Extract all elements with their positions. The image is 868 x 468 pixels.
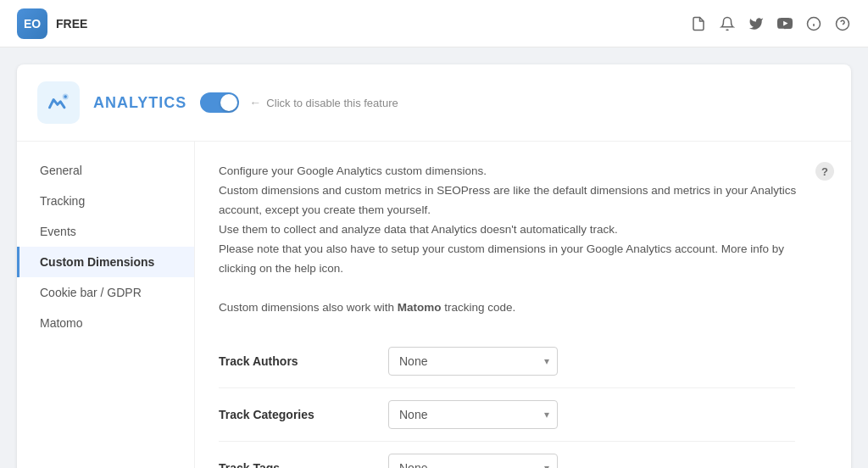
bell-icon[interactable] — [719, 15, 736, 32]
form-row-tags: Track Tags None ▾ — [219, 442, 795, 469]
select-wrapper-authors: None ▾ — [388, 347, 558, 376]
sidebar-item-events[interactable]: Events — [17, 216, 194, 247]
sidebar-item-cookie-bar[interactable]: Cookie bar / GDPR — [17, 277, 194, 308]
svg-point-6 — [64, 95, 67, 98]
info-icon[interactable] — [805, 15, 822, 32]
desc-line-4: Please note that you also have to setup … — [219, 240, 812, 279]
card-body: General Tracking Events Custom Dimension… — [17, 142, 851, 468]
document-icon[interactable] — [690, 15, 707, 32]
sidebar-item-custom-dimensions[interactable]: Custom Dimensions — [17, 247, 194, 277]
desc-line-5: Custom dimensions also work with Matomo … — [219, 298, 812, 318]
analytics-icon-box — [37, 81, 80, 124]
desc-line-3: Use them to collect and analyze data tha… — [219, 220, 812, 240]
topbar-icons — [690, 15, 851, 32]
logo-box: EO — [17, 8, 47, 39]
sidebar-item-tracking[interactable]: Tracking — [17, 186, 194, 216]
content-area: ? Configure your Google Analytics custom… — [195, 142, 851, 468]
youtube-icon[interactable] — [776, 15, 793, 32]
label-track-authors: Track Authors — [219, 354, 388, 368]
description-block: Configure your Google Analytics custom d… — [219, 162, 812, 318]
form-row-authors: Track Authors None ▾ — [219, 335, 795, 388]
content-help-icon[interactable]: ? — [815, 162, 834, 181]
help-icon[interactable] — [834, 15, 851, 32]
analytics-card: ANALYTICS ← Click to disable this featur… — [17, 64, 851, 468]
form-row-categories: Track Categories None ▾ — [219, 388, 795, 442]
sidebar-nav: General Tracking Events Custom Dimension… — [17, 142, 195, 468]
toggle-wrapper: ← Click to disable this feature — [200, 92, 398, 113]
analytics-title: ANALYTICS — [93, 94, 186, 112]
brand-label: FREE — [56, 17, 87, 31]
select-wrapper-categories: None ▾ — [388, 400, 558, 429]
select-wrapper-tags: None ▾ — [388, 454, 558, 469]
label-track-tags: Track Tags — [219, 461, 388, 469]
disable-hint-text: Click to disable this feature — [266, 97, 398, 109]
topbar: EO FREE — [0, 0, 868, 47]
disable-hint: ← Click to disable this feature — [249, 96, 398, 109]
card-header: ANALYTICS ← Click to disable this featur… — [17, 64, 851, 142]
twitter-icon[interactable] — [748, 15, 765, 32]
main-container: ANALYTICS ← Click to disable this featur… — [0, 47, 868, 468]
matomo-bold: Matomo — [398, 301, 442, 314]
analytics-toggle[interactable] — [200, 92, 239, 113]
label-track-categories: Track Categories — [219, 408, 388, 421]
select-track-tags[interactable]: None — [388, 454, 558, 469]
topbar-left: EO FREE — [17, 8, 87, 39]
select-track-authors[interactable]: None — [388, 347, 558, 376]
sidebar-item-general[interactable]: General — [17, 155, 194, 186]
arrow-icon: ← — [249, 96, 261, 109]
sidebar-item-matomo[interactable]: Matomo — [17, 308, 194, 338]
desc-line-1: Configure your Google Analytics custom d… — [219, 162, 812, 181]
logo-icon: EO — [24, 17, 41, 31]
desc-line-2: Custom dimensions and custom metrics in … — [219, 181, 812, 220]
select-track-categories[interactable]: None — [388, 400, 558, 429]
